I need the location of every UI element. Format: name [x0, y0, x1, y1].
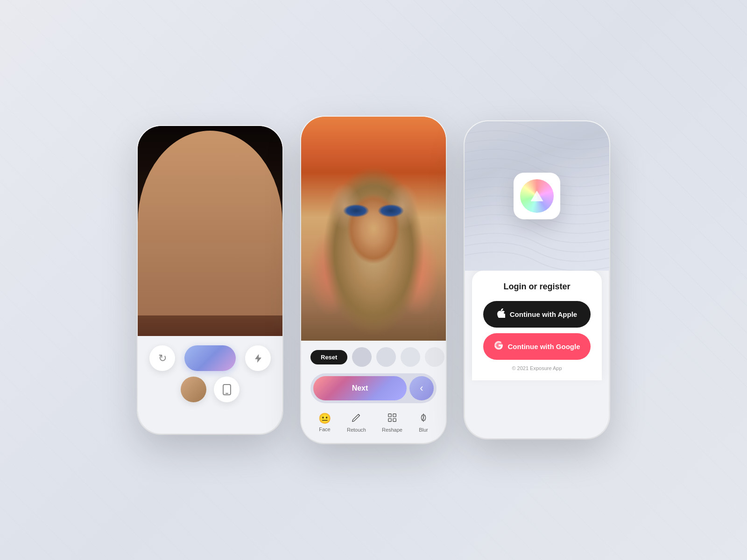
google-signin-button[interactable]: Continue with Google [483, 333, 591, 360]
tab-blur[interactable]: Blur [418, 413, 429, 433]
svg-rect-5 [393, 419, 396, 421]
phone-editor: Reset Next ‹ 😐 Face [301, 117, 446, 443]
retouch-icon [351, 413, 361, 425]
filter-dot-1[interactable] [352, 347, 372, 367]
retouch-label: Retouch [347, 427, 366, 433]
login-panel: Login or register Continue with Apple [472, 271, 602, 380]
phone-login: .wave-line { fill: none; stroke: rgba(18… [465, 121, 609, 439]
main-control-row: ↻ [147, 345, 273, 371]
phones-container: ↻ [138, 117, 609, 443]
edited-photo-area [301, 117, 446, 341]
refresh-button[interactable]: ↻ [149, 345, 175, 371]
phone-camera: ↻ [138, 126, 282, 434]
next-button[interactable]: Next [313, 376, 407, 400]
app-icon-triangle [530, 189, 544, 203]
phone-icon [222, 384, 232, 395]
back-icon: ‹ [420, 382, 423, 394]
svg-marker-7 [531, 191, 543, 201]
svg-rect-3 [393, 414, 396, 417]
nav-slider: Next ‹ [310, 373, 437, 403]
app-icon [514, 173, 560, 219]
artistic-photo [301, 117, 446, 341]
next-label: Next [352, 384, 368, 392]
svg-rect-4 [388, 419, 391, 421]
filter-dot-2[interactable] [376, 347, 396, 367]
bottom-icons-row [147, 377, 273, 402]
login-title: Login or register [483, 282, 591, 292]
apple-btn-label: Continue with Apple [510, 310, 577, 318]
copyright-text: © 2021 Exposure App [483, 365, 591, 371]
tab-face[interactable]: 😐 Face [318, 413, 331, 433]
reset-button[interactable]: Reset [310, 350, 347, 364]
filter-dot-3[interactable] [401, 347, 420, 367]
blur-label: Blur [419, 427, 428, 433]
avatar-button[interactable] [181, 377, 206, 402]
phone2-controls: Reset Next ‹ 😐 Face [301, 341, 446, 440]
tab-retouch[interactable]: Retouch [347, 413, 366, 433]
svg-rect-1 [226, 393, 228, 394]
google-icon [494, 341, 503, 352]
back-button[interactable]: ‹ [409, 376, 434, 400]
tab-bar: 😐 Face Retouch [310, 410, 437, 433]
blur-icon [418, 413, 429, 425]
reshape-label: Reshape [382, 427, 402, 433]
flash-button[interactable] [245, 345, 271, 371]
refresh-icon: ↻ [158, 352, 167, 364]
phone-icon-button[interactable] [214, 377, 240, 402]
face-icon: 😐 [318, 413, 331, 425]
phone1-controls: ↻ [138, 336, 282, 412]
flash-icon [254, 354, 263, 363]
tab-reshape[interactable]: Reshape [382, 413, 402, 433]
app-icon-gradient [520, 179, 554, 213]
filter-dot-4[interactable] [425, 347, 444, 367]
face-label: Face [319, 427, 330, 432]
gradient-button[interactable] [184, 345, 236, 371]
google-btn-label: Continue with Google [508, 343, 580, 350]
reshape-icon [387, 413, 397, 425]
hero-area: .wave-line { fill: none; stroke: rgba(18… [465, 121, 609, 271]
filter-row: Reset [310, 347, 437, 367]
svg-rect-2 [388, 414, 391, 417]
apple-icon [497, 308, 505, 320]
apple-signin-button[interactable]: Continue with Apple [483, 301, 591, 328]
